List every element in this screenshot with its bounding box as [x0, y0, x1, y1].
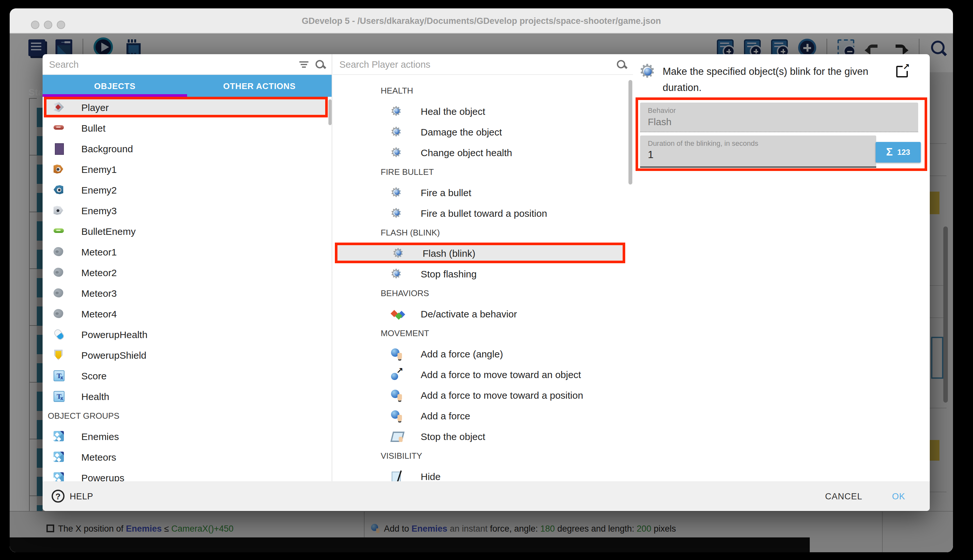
- action-row-fire-a-bullet-toward-a-position[interactable]: Fire a bullet toward a position: [333, 203, 625, 223]
- text-icon: [53, 390, 65, 402]
- background-icon: [53, 143, 65, 154]
- stop-icon: [391, 430, 403, 442]
- behavior-icon: [391, 308, 403, 319]
- actions-scrollbar[interactable]: [628, 80, 632, 185]
- enemy3-icon: [53, 205, 65, 216]
- item-label: PowerupShield: [81, 349, 147, 360]
- objects-tabs: OBJECTS OTHER ACTIONS: [43, 75, 332, 97]
- object-row-poweruphealth[interactable]: PowerupHealth: [44, 324, 328, 345]
- action-row-heal-the-object[interactable]: Heal the object: [333, 101, 625, 121]
- object-row-powerupshield[interactable]: PowerupShield: [44, 345, 328, 365]
- action-row-change-object-health[interactable]: Change object health: [333, 142, 625, 163]
- action-row-add-a-force[interactable]: Add a force: [333, 405, 625, 426]
- action-row-add-a-force-angle[interactable]: Add a force (angle): [333, 343, 625, 364]
- search-icon: [315, 59, 325, 69]
- bullet-icon: [53, 122, 65, 133]
- object-row-meteor3[interactable]: Meteor3: [44, 283, 328, 303]
- behavior-value: Flash: [648, 116, 910, 127]
- item-label: Enemy3: [81, 205, 117, 216]
- item-label: Meteor4: [81, 308, 117, 319]
- behavior-field[interactable]: Behavior Flash: [640, 103, 918, 132]
- app-window: GDevelop 5 - /Users/dkarakay/Documents/G…: [10, 8, 953, 552]
- item-label: Add a force to move toward an object: [421, 369, 581, 380]
- objects-search-input[interactable]: [49, 59, 293, 69]
- action-row-damage-the-object[interactable]: Damage the object: [333, 121, 625, 142]
- force-icon: [391, 410, 403, 421]
- force-object-icon: [391, 368, 403, 380]
- actions-search-input[interactable]: [339, 59, 610, 69]
- cancel-button[interactable]: CANCEL: [818, 486, 869, 506]
- screen: GDevelop 5 - /Users/dkarakay/Documents/G…: [0, 0, 973, 560]
- gear-icon: [391, 207, 403, 219]
- group-row-meteors[interactable]: Meteors: [44, 447, 328, 467]
- action-row-stop-the-object[interactable]: Stop the object: [333, 426, 625, 447]
- object-list: PlayerBulletBackgroundEnemy1Enemy2Enemy3…: [43, 97, 332, 481]
- item-label: Meteors: [81, 451, 116, 462]
- action-row-hide[interactable]: Hide: [333, 466, 625, 481]
- object-row-enemy1[interactable]: Enemy1: [44, 159, 328, 179]
- object-row-bullet[interactable]: Bullet: [44, 117, 328, 138]
- action-row-flash-blink[interactable]: Flash (blink): [335, 243, 625, 263]
- expression-builder-button[interactable]: Σ 123: [876, 142, 921, 163]
- action-row-add-a-force-to-move-toward-a-position[interactable]: Add a force to move toward a position: [333, 385, 625, 405]
- object-row-bulletenemy[interactable]: BulletEnemy: [44, 221, 328, 241]
- gear-icon: [391, 126, 403, 137]
- object-row-health[interactable]: Health: [44, 386, 328, 407]
- item-label: Fire a bullet: [421, 187, 472, 198]
- action-row-de-activate-a-behavior[interactable]: De/activate a behavior: [333, 303, 625, 324]
- item-label: Bullet: [81, 122, 105, 133]
- group-icon: [53, 430, 65, 442]
- group-row-enemies[interactable]: Enemies: [44, 426, 328, 447]
- filter-icon[interactable]: [299, 60, 308, 68]
- item-label: Stop the object: [421, 431, 485, 442]
- enemy2-icon: [53, 184, 65, 195]
- item-label: Stop flashing: [421, 268, 477, 279]
- open-in-new-icon[interactable]: [896, 66, 908, 77]
- item-label: Meteor2: [81, 267, 117, 278]
- meteor-icon: [53, 267, 65, 278]
- item-label: Background: [81, 143, 133, 154]
- dialog-footer: ? HELP CANCEL OK: [43, 481, 930, 511]
- window-title: GDevelop 5 - /Users/dkarakay/Documents/G…: [10, 8, 953, 33]
- item-label: BulletEnemy: [81, 225, 135, 237]
- item-label: Player: [81, 102, 109, 113]
- object-row-enemy3[interactable]: Enemy3: [44, 200, 328, 221]
- item-label: Enemies: [81, 431, 119, 442]
- force-icon: [391, 389, 403, 401]
- item-label: De/activate a behavior: [421, 308, 517, 319]
- sigma-icon: Σ: [886, 146, 893, 159]
- help-button[interactable]: ? HELP: [52, 490, 93, 503]
- object-row-meteor2[interactable]: Meteor2: [44, 262, 328, 283]
- section-header-flash-blink: FLASH (BLINK): [333, 223, 633, 243]
- object-row-player[interactable]: Player: [44, 97, 328, 117]
- expression-badge: 123: [897, 148, 910, 157]
- objects-panel: OBJECTS OTHER ACTIONS PlayerBulletBackgr…: [43, 54, 332, 481]
- group-row-powerups[interactable]: Powerups: [44, 467, 328, 481]
- action-detail-panel: Make the specified object(s) blink for t…: [634, 54, 930, 481]
- meteor-icon: [53, 246, 65, 257]
- object-row-enemy2[interactable]: Enemy2: [44, 179, 328, 200]
- item-label: Add a force to move toward a position: [421, 389, 583, 400]
- action-row-add-a-force-to-move-toward-an-object[interactable]: Add a force to move toward an object: [333, 364, 625, 385]
- tab-objects[interactable]: OBJECTS: [43, 75, 187, 97]
- duration-field[interactable]: Duration of the blinking, in seconds 1: [640, 135, 876, 168]
- object-row-score[interactable]: Score: [44, 365, 328, 386]
- object-row-background[interactable]: Background: [44, 138, 328, 159]
- action-row-fire-a-bullet[interactable]: Fire a bullet: [333, 182, 625, 203]
- player-icon: [53, 101, 65, 113]
- item-label: Powerups: [81, 472, 124, 481]
- gear-icon: [391, 187, 403, 198]
- object-row-meteor4[interactable]: Meteor4: [44, 303, 328, 324]
- actions-search-row: [333, 54, 633, 75]
- section-header-behaviors: BEHAVIORS: [333, 284, 633, 303]
- action-row-stop-flashing[interactable]: Stop flashing: [333, 263, 625, 284]
- ok-button[interactable]: OK: [886, 486, 912, 506]
- item-label: Hide: [421, 471, 441, 481]
- object-row-meteor1[interactable]: Meteor1: [44, 241, 328, 262]
- gear-icon: [393, 247, 405, 259]
- behavior-label: Behavior: [648, 107, 910, 114]
- item-label: PowerupHealth: [81, 329, 147, 340]
- gear-icon: [391, 105, 403, 117]
- tab-other-actions[interactable]: OTHER ACTIONS: [187, 75, 332, 97]
- objects-scrollbar[interactable]: [328, 99, 332, 125]
